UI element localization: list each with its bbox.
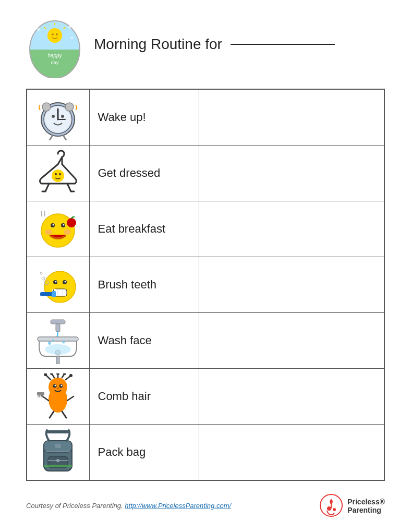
alarm-clock-icon (34, 94, 81, 141)
icon-cell-eat-breakfast (27, 201, 89, 257)
table-row: Comb hair (27, 369, 384, 425)
svg-rect-51 (52, 291, 56, 297)
comb-character-icon (34, 373, 81, 420)
svg-rect-58 (51, 320, 65, 324)
brand-name: Priceless® (347, 498, 385, 506)
svg-text:❄: ❄ (68, 25, 71, 30)
svg-point-78 (69, 374, 72, 377)
icon-cell-pack-bag (27, 425, 89, 481)
title-area: Morning Routine for (94, 36, 335, 53)
svg-point-56 (42, 277, 45, 280)
svg-line-92 (67, 396, 74, 401)
svg-point-26 (61, 115, 64, 118)
svg-point-40 (64, 229, 71, 235)
eating-emoji-icon (34, 205, 81, 252)
label-wash-face: Wash face (89, 313, 199, 369)
icon-cell-wash-face (27, 313, 89, 369)
hanger-icon (34, 150, 81, 197)
footer-text: Courtesy of Priceless Parenting, http://… (26, 502, 231, 510)
svg-line-85 (62, 412, 66, 418)
svg-rect-87 (37, 392, 44, 395)
svg-point-42 (44, 271, 76, 303)
svg-rect-59 (56, 324, 60, 332)
svg-point-65 (52, 340, 54, 342)
svg-line-23 (50, 135, 53, 140)
svg-point-83 (57, 388, 59, 389)
svg-point-103 (333, 508, 336, 511)
svg-rect-60 (38, 337, 78, 341)
label-wake-up: Wake up! (89, 89, 199, 146)
svg-text:❄: ❄ (37, 27, 41, 32)
svg-point-62 (45, 344, 71, 355)
svg-point-21 (42, 103, 51, 111)
svg-rect-95 (47, 430, 69, 433)
svg-rect-63 (56, 356, 59, 364)
name-underline (231, 44, 335, 45)
svg-point-81 (54, 385, 56, 386)
svg-line-86 (41, 395, 49, 401)
logo-image: happy day ❄ ❄ ❄ (26, 16, 83, 73)
svg-point-39 (45, 229, 52, 235)
check-cell-wake-up (199, 89, 384, 146)
svg-point-64 (48, 342, 51, 345)
svg-point-5 (47, 28, 62, 43)
table-row: Get dressed (27, 146, 384, 201)
routine-table: Wake up! (26, 89, 385, 481)
page-header: happy day ❄ ❄ ❄ Morning Routine for (26, 16, 385, 73)
svg-text:❄: ❄ (70, 36, 74, 40)
svg-point-45 (55, 281, 56, 282)
icon-cell-wake-up (27, 89, 89, 146)
table-row: Pack bag (27, 425, 384, 481)
svg-point-98 (56, 459, 59, 462)
svg-point-74 (56, 373, 59, 375)
svg-point-9 (52, 33, 54, 35)
check-cell-eat-breakfast (199, 201, 384, 257)
sink-icon (34, 317, 81, 364)
svg-line-84 (50, 412, 54, 418)
check-cell-brush-teeth (199, 257, 384, 313)
svg-point-27 (52, 170, 64, 182)
footer-logo-icon (320, 494, 343, 517)
check-cell-pack-bag (199, 425, 384, 481)
footer-link[interactable]: http://www.PricelessParenting.com/ (125, 502, 231, 510)
svg-point-25 (52, 115, 55, 118)
svg-point-41 (67, 218, 76, 227)
svg-point-29 (59, 173, 61, 175)
brushing-emoji-icon (34, 261, 81, 308)
svg-point-102 (327, 506, 331, 511)
svg-point-66 (63, 341, 65, 344)
svg-point-68 (49, 378, 67, 396)
svg-point-22 (65, 103, 74, 111)
label-eat-breakfast: Eat breakfast (89, 201, 199, 257)
svg-point-57 (40, 272, 42, 274)
label-get-dressed: Get dressed (89, 146, 199, 201)
svg-line-31 (67, 184, 71, 191)
svg-line-30 (45, 184, 49, 191)
label-comb-hair: Comb hair (89, 369, 199, 425)
svg-rect-100 (44, 465, 72, 467)
backpack-icon (34, 429, 81, 476)
footer-brand: Priceless® Parenting (320, 494, 385, 517)
icon-cell-get-dressed (27, 146, 89, 201)
svg-point-46 (64, 281, 66, 282)
page-title: Morning Routine for (94, 36, 222, 53)
check-cell-get-dressed (199, 146, 384, 201)
svg-point-82 (61, 385, 62, 386)
svg-point-38 (63, 224, 64, 225)
table-row: Brush teeth (27, 257, 384, 313)
label-brush-teeth: Brush teeth (89, 257, 199, 313)
brand-sub: Parenting (347, 506, 385, 514)
svg-rect-99 (55, 444, 61, 448)
icon-cell-comb-hair (27, 369, 89, 425)
svg-line-24 (63, 135, 66, 140)
table-row: Wake up! (27, 89, 384, 146)
table-row: Wash face (27, 313, 384, 369)
check-cell-wash-face (199, 313, 384, 369)
svg-point-28 (55, 173, 57, 175)
svg-text:happy: happy (47, 53, 62, 58)
icon-cell-brush-teeth (27, 257, 89, 313)
svg-point-37 (52, 224, 54, 225)
table-row: Eat breakfast (27, 201, 384, 257)
page-footer: Courtesy of Priceless Parenting, http://… (26, 494, 385, 517)
svg-text:day: day (51, 60, 59, 65)
